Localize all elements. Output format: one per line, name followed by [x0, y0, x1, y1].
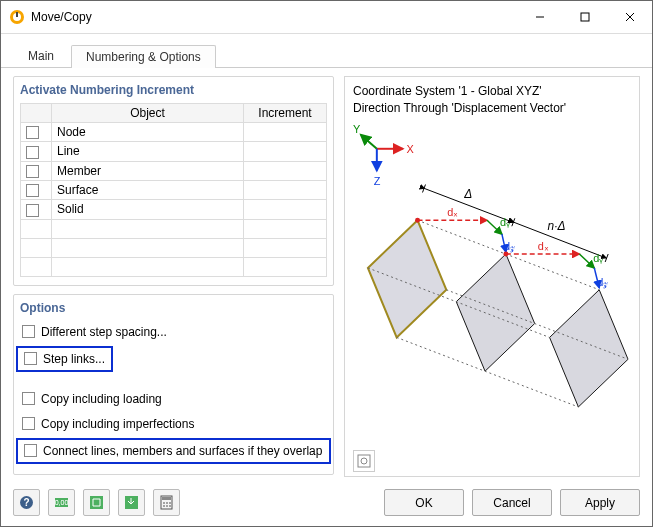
svg-text:d𝓏: d𝓏 [597, 275, 608, 288]
checkbox-step-links[interactable] [24, 352, 37, 365]
svg-marker-21 [456, 254, 534, 371]
option-copy-loading[interactable]: Copy including loading [20, 390, 327, 408]
svg-text:?: ? [23, 497, 29, 508]
checkbox-line[interactable] [26, 146, 39, 159]
help-button[interactable]: ? [13, 489, 40, 516]
units-button[interactable]: 0,00 [48, 489, 75, 516]
options-title: Options [20, 301, 327, 315]
increment-node[interactable] [244, 123, 327, 142]
checkbox-member[interactable] [26, 165, 39, 178]
preview-view-button[interactable] [353, 450, 375, 472]
increment-solid[interactable] [244, 200, 327, 219]
numbering-group: Activate Numbering Increment Object Incr… [13, 76, 334, 286]
calculator-button[interactable] [153, 489, 180, 516]
table-row: Member [21, 161, 327, 180]
preview-panel: Coordinate System '1 - Global XYZ' Direc… [344, 76, 640, 477]
svg-text:0,00: 0,00 [55, 499, 69, 506]
dialog-toolbar: ? 0,00 OK Cancel Apply [1, 481, 652, 526]
checkbox-copy-imperfections[interactable] [22, 417, 35, 430]
svg-point-36 [503, 251, 508, 256]
svg-text:dᵧ: dᵧ [593, 252, 603, 264]
cancel-button[interactable]: Cancel [472, 489, 552, 516]
svg-point-55 [166, 505, 168, 507]
svg-rect-2 [16, 12, 18, 17]
svg-text:n·Δ: n·Δ [548, 219, 566, 233]
col-object: Object [52, 104, 244, 123]
checkbox-diff-step[interactable] [22, 325, 35, 338]
checkbox-node[interactable] [26, 126, 39, 139]
numbering-title: Activate Numbering Increment [20, 83, 327, 97]
table-row: Surface [21, 180, 327, 199]
svg-rect-47 [90, 496, 103, 509]
numbering-table: Object Increment Node Line [20, 103, 327, 277]
svg-marker-20 [368, 220, 446, 337]
svg-text:d𝓏: d𝓏 [504, 240, 515, 253]
tab-main[interactable]: Main [13, 44, 69, 67]
svg-point-51 [163, 502, 165, 504]
titlebar: Move/Copy [1, 1, 652, 34]
option-connect-overlap[interactable]: Connect lines, members and surfaces if t… [22, 442, 325, 460]
preview-line-2: Direction Through 'Displacement Vector' [353, 100, 631, 117]
svg-line-37 [579, 254, 594, 268]
maximize-button[interactable] [562, 2, 607, 32]
checkbox-solid[interactable] [26, 204, 39, 217]
minimize-button[interactable] [517, 2, 562, 32]
window-title: Move/Copy [31, 10, 92, 24]
preview-line-1: Coordinate System '1 - Global XYZ' [353, 83, 631, 100]
tab-strip: Main Numbering & Options [1, 34, 652, 68]
svg-point-42 [361, 458, 367, 464]
increment-line[interactable] [244, 142, 327, 161]
svg-rect-4 [581, 13, 589, 21]
svg-text:X: X [407, 142, 415, 154]
app-icon [9, 9, 25, 25]
svg-point-54 [163, 505, 165, 507]
option-different-step-spacing[interactable]: Different step spacing... [20, 323, 327, 341]
save-default-button[interactable] [83, 489, 110, 516]
svg-text:Z: Z [374, 174, 381, 186]
svg-line-8 [361, 134, 377, 148]
checkbox-surface[interactable] [26, 184, 39, 197]
increment-member[interactable] [244, 161, 327, 180]
table-row: Line [21, 142, 327, 161]
svg-text:dₓ: dₓ [538, 240, 549, 252]
svg-point-56 [169, 505, 171, 507]
ok-button[interactable]: OK [384, 489, 464, 516]
table-row: Solid [21, 200, 327, 219]
svg-point-52 [166, 502, 168, 504]
svg-text:Δ: Δ [463, 187, 472, 201]
preview-diagram: X Y Z Δ n·Δ [353, 119, 631, 447]
increment-surface[interactable] [244, 180, 327, 199]
table-row: Node [21, 123, 327, 142]
svg-point-29 [415, 217, 420, 222]
svg-text:Y: Y [353, 122, 361, 134]
svg-text:dᵧ: dᵧ [500, 216, 510, 228]
close-button[interactable] [607, 2, 652, 32]
svg-marker-22 [550, 289, 628, 406]
checkbox-copy-loading[interactable] [22, 392, 35, 405]
apply-button[interactable]: Apply [560, 489, 640, 516]
svg-text:dₓ: dₓ [447, 206, 458, 218]
checkbox-connect-overlap[interactable] [24, 444, 37, 457]
tab-numbering-options[interactable]: Numbering & Options [71, 45, 216, 68]
option-step-links[interactable]: Step links... [22, 350, 107, 368]
col-increment: Increment [244, 104, 327, 123]
options-group: Options Different step spacing... Step l… [13, 294, 334, 475]
load-default-button[interactable] [118, 489, 145, 516]
svg-rect-41 [358, 455, 370, 467]
option-copy-imperfections[interactable]: Copy including imperfections [20, 415, 327, 433]
svg-rect-50 [162, 497, 171, 500]
svg-point-53 [169, 502, 171, 504]
